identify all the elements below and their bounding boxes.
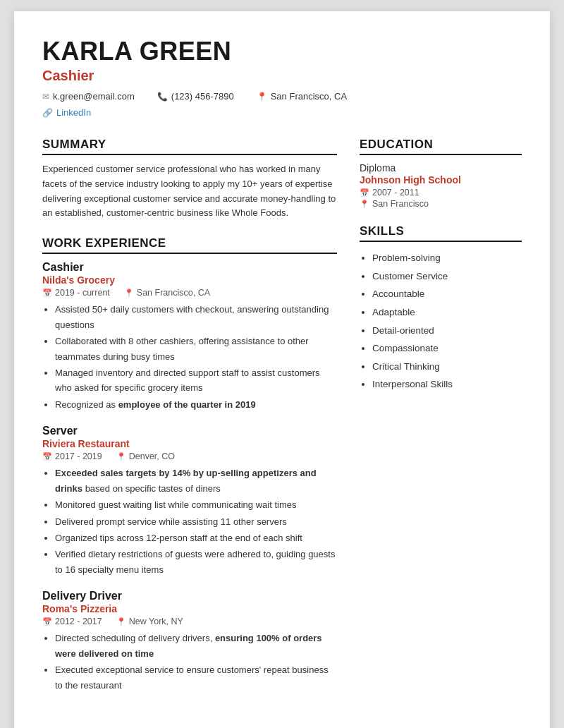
left-column: SUMMARY Experienced customer service pro…: [42, 138, 337, 708]
cashier-dates: 📅 2019 - current: [42, 288, 110, 298]
skill-item: Adaptable: [372, 303, 522, 322]
delivery-location: 📍 New York, NY: [116, 617, 183, 626]
job-cashier: Cashier Nilda's Grocery 📅 2019 - current…: [42, 261, 337, 412]
linkedin-contact[interactable]: 🔗 LinkedIn: [42, 107, 91, 118]
bullet-item: Organized tips across 12-person staff at…: [55, 530, 337, 545]
skills-title: SKILLS: [360, 224, 522, 242]
calendar-icon: 📅: [42, 617, 52, 626]
linkedin-row: 🔗 LinkedIn: [42, 107, 522, 121]
edu-location: 📍 San Francisco: [360, 199, 522, 209]
job-meta-server: 📅 2017 - 2019 📍 Denver, CO: [42, 451, 337, 461]
email-icon: ✉: [42, 92, 49, 102]
calendar-icon: 📅: [42, 289, 52, 298]
skill-item: Accountable: [372, 285, 522, 303]
summary-text: Experienced customer service professiona…: [42, 162, 337, 221]
pin-icon: 📍: [116, 617, 126, 626]
contact-row: ✉ k.green@email.com 📞 (123) 456-7890 📍 S…: [42, 91, 522, 104]
main-columns: SUMMARY Experienced customer service pro…: [42, 138, 522, 708]
bullet-item: Delivered prompt service while assisting…: [55, 514, 337, 529]
header: KARLA GREEN Cashier ✉ k.green@email.com …: [42, 37, 522, 121]
edu-dates: 📅 2007 - 2011: [360, 188, 522, 198]
summary-section: SUMMARY Experienced customer service pro…: [42, 138, 337, 221]
skill-item: Detail-oriented: [372, 322, 522, 340]
pin-icon: 📍: [116, 452, 126, 461]
job-delivery-driver: Delivery Driver Roma's Pizzeria 📅 2012 -…: [42, 590, 337, 693]
calendar-icon: 📅: [360, 188, 369, 198]
job-title-cashier: Cashier: [42, 261, 337, 274]
work-experience-title: WORK EXPERIENCE: [42, 236, 337, 254]
bullet-item: Assisted 50+ daily customers with checko…: [55, 302, 337, 332]
skill-item: Problem-solving: [372, 249, 522, 267]
company-nildas: Nilda's Grocery: [42, 274, 337, 286]
bullet-item: Exceeded sales targets by 14% by up-sell…: [55, 466, 337, 496]
bullet-item: Collaborated with 8 other cashiers, offe…: [55, 334, 337, 364]
candidate-title: Cashier: [42, 68, 522, 84]
location-icon: 📍: [257, 92, 267, 102]
bullet-item: Executed exceptional service to ensure c…: [55, 662, 337, 693]
email-value: k.green@email.com: [53, 91, 135, 102]
company-romas: Roma's Pizzeria: [42, 603, 337, 614]
location-contact: 📍 San Francisco, CA: [257, 91, 347, 102]
email-contact: ✉ k.green@email.com: [42, 91, 135, 102]
bullet-item: Directed scheduling of delivery drivers,…: [55, 631, 337, 661]
skills-list: Problem-solving Customer Service Account…: [360, 249, 522, 394]
job-server: Server Riviera Restaurant 📅 2017 - 2019 …: [42, 425, 337, 577]
job-meta-cashier: 📅 2019 - current 📍 San Francisco, CA: [42, 288, 337, 298]
company-riviera: Riviera Restaurant: [42, 438, 337, 449]
bullet-item: Monitored guest waiting list while commu…: [55, 497, 337, 512]
skills-section: SKILLS Problem-solving Customer Service …: [360, 224, 522, 394]
skill-item: Critical Thinking: [372, 358, 522, 376]
phone-icon: 📞: [157, 92, 168, 102]
pin-icon: 📍: [124, 289, 134, 298]
delivery-dates: 📅 2012 - 2017: [42, 617, 102, 626]
pin-icon: 📍: [360, 200, 369, 209]
skill-item: Customer Service: [372, 267, 522, 286]
edu-entry: Diploma Johnson High School 📅 2007 - 201…: [360, 162, 522, 209]
linkedin-icon: 🔗: [42, 108, 53, 118]
candidate-name: KARLA GREEN: [42, 37, 522, 66]
server-location: 📍 Denver, CO: [116, 451, 175, 461]
job-title-server: Server: [42, 425, 337, 437]
job-title-delivery: Delivery Driver: [42, 590, 337, 602]
education-title: EDUCATION: [360, 138, 522, 155]
edu-degree: Diploma: [360, 162, 522, 174]
bullet-item: Recognized as employee of the quarter in…: [55, 397, 337, 412]
skill-item: Compassionate: [372, 339, 522, 358]
cashier-bullets: Assisted 50+ daily customers with checko…: [42, 302, 337, 412]
right-column: EDUCATION Diploma Johnson High School 📅 …: [360, 138, 522, 708]
job-meta-delivery: 📅 2012 - 2017 📍 New York, NY: [42, 617, 337, 626]
location-value: San Francisco, CA: [271, 91, 347, 102]
server-dates: 📅 2017 - 2019: [42, 451, 102, 461]
server-bullets: Exceeded sales targets by 14% by up-sell…: [42, 466, 337, 577]
cashier-location: 📍 San Francisco, CA: [124, 288, 210, 298]
calendar-icon: 📅: [42, 452, 52, 461]
work-experience-section: WORK EXPERIENCE Cashier Nilda's Grocery …: [42, 236, 337, 693]
skill-item: Interpersonal Skills: [372, 375, 522, 394]
resume-page: KARLA GREEN Cashier ✉ k.green@email.com …: [14, 11, 550, 728]
bullet-item: Verified dietary restrictions of guests …: [55, 547, 337, 577]
bullet-item: Managed inventory and directed support s…: [55, 365, 337, 396]
summary-title: SUMMARY: [42, 138, 337, 155]
phone-value: (123) 456-7890: [171, 91, 234, 102]
linkedin-link[interactable]: LinkedIn: [56, 107, 91, 118]
delivery-bullets: Directed scheduling of delivery drivers,…: [42, 631, 337, 693]
education-section: EDUCATION Diploma Johnson High School 📅 …: [360, 138, 522, 209]
edu-school: Johnson High School: [360, 174, 522, 186]
phone-contact: 📞 (123) 456-7890: [157, 91, 234, 102]
